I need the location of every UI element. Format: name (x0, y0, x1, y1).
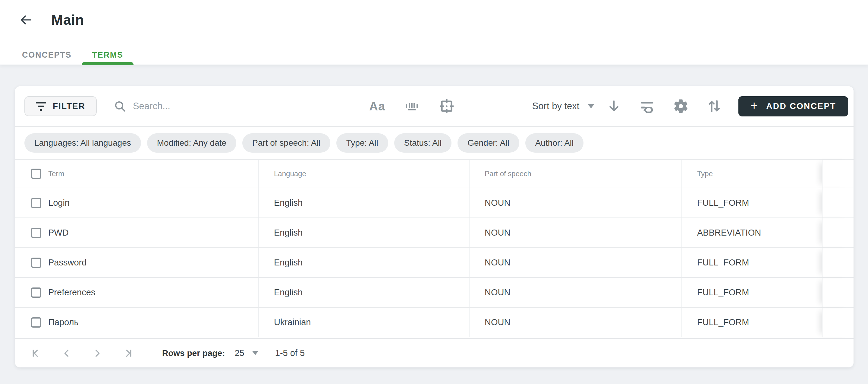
select-all-checkbox[interactable] (31, 169, 41, 179)
header-select-cell (15, 160, 48, 188)
page-title: Main (51, 11, 84, 28)
chevron-right-icon (91, 347, 103, 359)
cell-actions (822, 308, 853, 337)
cell-type: FULL_FORM (681, 248, 822, 277)
rows-per-page-select[interactable]: 25 (235, 348, 258, 358)
chip-author[interactable]: Author: All (525, 133, 584, 153)
table-row[interactable]: Preferences English NOUN FULL_FORM (15, 277, 854, 307)
previous-page-button[interactable] (60, 346, 74, 360)
column-header-language: Language (258, 160, 469, 188)
cell-term: Login (48, 188, 258, 217)
last-page-icon (121, 347, 133, 359)
table-row[interactable]: Password English NOUN FULL_FORM (15, 247, 854, 277)
table-row[interactable]: PWD English NOUN ABBREVIATION (15, 217, 854, 247)
rows-per-page-label: Rows per page: (162, 348, 225, 358)
cell-type: FULL_FORM (681, 308, 822, 337)
scan-frame-button[interactable] (438, 98, 455, 115)
cell-language: English (258, 218, 469, 247)
terms-panel: FILTER Search... Aa (15, 86, 854, 367)
sort-direction-button[interactable] (607, 99, 621, 114)
chip-gender[interactable]: Gender: All (458, 133, 519, 153)
match-case-button[interactable]: Aa (369, 99, 385, 113)
arrow-left-icon (19, 13, 33, 27)
tab-concepts-label: CONCEPTS (22, 50, 71, 60)
tab-concepts[interactable]: CONCEPTS (12, 45, 82, 64)
chip-modified-label: Modified: Any date (157, 138, 226, 148)
row-checkbox[interactable] (31, 288, 41, 298)
cell-term: Password (48, 248, 258, 277)
wrap-text-icon (639, 98, 655, 114)
chip-author-label: Author: All (535, 138, 574, 148)
row-select-cell (15, 278, 48, 307)
import-export-button[interactable] (707, 98, 722, 114)
cell-term: Preferences (48, 278, 258, 307)
row-select-cell (15, 308, 48, 337)
cell-language: English (258, 278, 469, 307)
row-checkbox[interactable] (31, 228, 41, 238)
chip-part-of-speech-label: Part of speech: All (252, 138, 320, 148)
match-case-icon: Aa (369, 99, 385, 113)
plus-icon: + (750, 99, 758, 112)
filter-button-label: FILTER (53, 101, 85, 111)
tab-terms-label: TERMS (92, 50, 123, 60)
filter-chips-row: Languages: All languages Modified: Any d… (15, 127, 854, 160)
cell-actions (822, 188, 853, 217)
wrap-text-button[interactable] (639, 98, 655, 114)
column-header-type: Type (681, 160, 822, 188)
cell-type: ABBREVIATION (681, 218, 822, 247)
header-actions-cell (822, 160, 853, 188)
cell-type: FULL_FORM (681, 188, 822, 217)
cell-term: PWD (48, 218, 258, 247)
sort-label: Sort by text (532, 101, 580, 112)
scan-frame-icon (438, 98, 455, 115)
barcode-icon (404, 98, 420, 114)
chip-type[interactable]: Type: All (336, 133, 388, 153)
filter-button[interactable]: FILTER (24, 96, 97, 116)
table-header-row: Term Language Part of speech Type (15, 160, 854, 188)
last-page-button[interactable] (120, 346, 134, 360)
cell-language: English (258, 188, 469, 217)
import-export-icon (707, 98, 722, 114)
settings-button[interactable] (673, 98, 689, 114)
first-page-icon (31, 347, 43, 359)
chevron-left-icon (61, 347, 73, 359)
toolbar: FILTER Search... Aa (15, 86, 854, 127)
pagination-bar: Rows per page: 25 1-5 of 5 (15, 338, 854, 367)
search-option-icons: Aa (369, 86, 455, 126)
row-checkbox[interactable] (31, 317, 41, 328)
terms-table: Term Language Part of speech Type Login … (15, 160, 854, 338)
next-page-button[interactable] (90, 346, 104, 360)
add-concept-label: ADD CONCEPT (766, 101, 836, 111)
chip-part-of-speech[interactable]: Part of speech: All (242, 133, 330, 153)
first-page-button[interactable] (30, 346, 44, 360)
barcode-button[interactable] (404, 98, 420, 114)
add-concept-button[interactable]: + ADD CONCEPT (738, 96, 848, 116)
cell-pos: NOUN (469, 308, 681, 337)
pagination-range: 1-5 of 5 (275, 348, 305, 358)
sort-select[interactable]: Sort by text (532, 101, 595, 112)
chip-status[interactable]: Status: All (394, 133, 452, 153)
rows-per-page-value: 25 (235, 348, 244, 358)
search-input[interactable]: Search... (114, 100, 170, 113)
cell-actions (822, 278, 853, 307)
cell-actions (822, 218, 853, 247)
cell-pos: NOUN (469, 278, 681, 307)
cell-type: FULL_FORM (681, 278, 822, 307)
column-header-term: Term (48, 160, 258, 188)
back-button[interactable] (18, 12, 34, 28)
chip-modified[interactable]: Modified: Any date (147, 133, 236, 153)
chevron-down-icon (252, 351, 258, 355)
tab-terms[interactable]: TERMS (82, 45, 133, 64)
cell-pos: NOUN (469, 248, 681, 277)
table-row[interactable]: Пароль Ukrainian NOUN FULL_FORM (15, 307, 854, 337)
row-checkbox[interactable] (31, 258, 41, 268)
tab-bar: CONCEPTS TERMS (12, 45, 133, 64)
column-header-pos: Part of speech (469, 160, 681, 188)
chip-languages[interactable]: Languages: All languages (24, 133, 141, 153)
row-select-cell (15, 188, 48, 217)
table-row[interactable]: Login English NOUN FULL_FORM (15, 188, 854, 217)
top-header: Main CONCEPTS TERMS (0, 0, 868, 65)
cell-pos: NOUN (469, 188, 681, 217)
chip-type-label: Type: All (346, 138, 378, 148)
row-checkbox[interactable] (31, 198, 41, 208)
